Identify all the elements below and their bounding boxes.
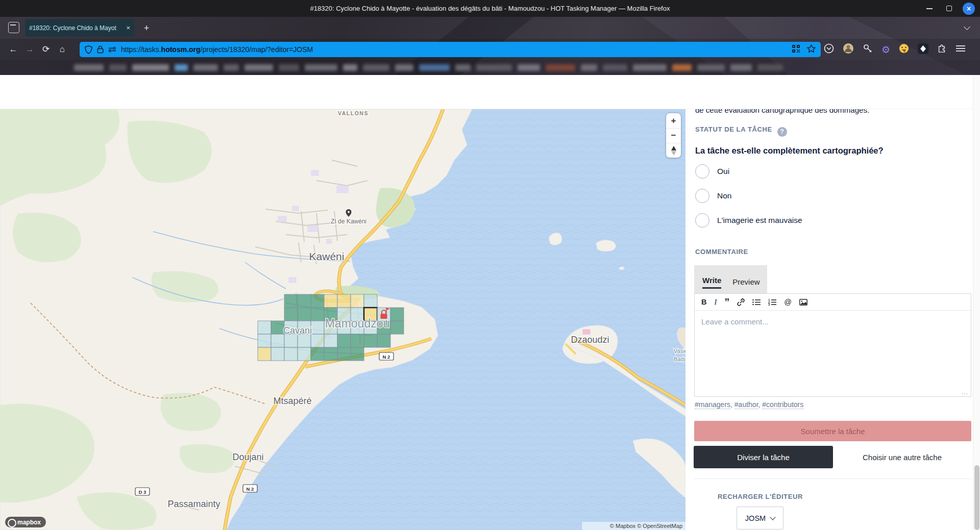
shield-icon[interactable] xyxy=(85,45,92,54)
list-all-tabs-icon[interactable] xyxy=(965,24,969,29)
task-cell[interactable] xyxy=(377,334,390,347)
task-cell[interactable] xyxy=(311,294,324,308)
bookmark-item-blurred[interactable] xyxy=(672,64,692,71)
task-cell[interactable] xyxy=(271,334,284,347)
tab-close-icon[interactable]: × xyxy=(126,24,130,32)
bookmark-item-blurred[interactable] xyxy=(74,64,104,71)
restore-button[interactable] xyxy=(943,3,954,14)
bookmark-item-blurred[interactable] xyxy=(697,64,725,71)
minimize-button[interactable] xyxy=(924,3,935,14)
bullet-list-icon[interactable] xyxy=(752,299,761,306)
bookmark-item-blurred[interactable] xyxy=(603,64,627,71)
bookmark-item-blurred[interactable] xyxy=(633,64,667,71)
permissions-icon[interactable] xyxy=(108,46,116,53)
tab-write[interactable]: Write xyxy=(702,276,721,289)
bookmark-item-blurred[interactable] xyxy=(193,64,218,71)
task-cell[interactable] xyxy=(284,347,298,361)
bookmark-item-blurred[interactable] xyxy=(363,64,389,71)
bookmark-item-blurred[interactable] xyxy=(343,64,357,71)
zoom-in-button[interactable]: + xyxy=(666,113,681,128)
task-cell[interactable] xyxy=(337,347,351,361)
bookmark-star-icon[interactable] xyxy=(807,44,816,55)
task-cell[interactable] xyxy=(284,334,298,347)
split-task-button[interactable]: Diviser la tâche xyxy=(694,446,833,468)
task-cell[interactable] xyxy=(298,308,311,321)
radio-yes[interactable] xyxy=(695,164,709,179)
bookmark-item-blurred[interactable] xyxy=(757,64,783,71)
home-button[interactable]: ⌂ xyxy=(54,44,70,55)
bookmark-item-blurred[interactable] xyxy=(518,64,540,71)
bookmark-item-blurred[interactable] xyxy=(132,64,169,71)
password-key-icon[interactable] xyxy=(863,43,873,56)
bookmark-item-blurred[interactable] xyxy=(581,64,597,71)
map-attribution[interactable]: © Mapbox © OpenStreetMap xyxy=(582,522,685,530)
menu-hamburger-icon[interactable] xyxy=(956,45,965,54)
bookmark-item-blurred[interactable] xyxy=(395,64,413,71)
reload-button[interactable]: ⟳ xyxy=(38,44,54,55)
close-button[interactable]: × xyxy=(963,3,975,15)
task-cell[interactable] xyxy=(258,347,271,361)
bookmark-item-blurred[interactable] xyxy=(109,64,127,71)
task-cell[interactable] xyxy=(271,321,284,334)
back-button[interactable]: ← xyxy=(5,44,21,55)
bookmarks-bar[interactable] xyxy=(0,60,980,75)
mapbox-logo[interactable]: mapbox xyxy=(5,517,46,527)
compass-reset-button[interactable] xyxy=(666,143,681,158)
task-cell[interactable] xyxy=(337,294,351,308)
image-icon[interactable] xyxy=(799,299,807,306)
bookmark-item-blurred[interactable] xyxy=(730,64,752,71)
hashtag-contributors[interactable]: #contributors xyxy=(762,400,803,409)
option-bad-imagery[interactable]: L'imagerie est mauvaise xyxy=(695,213,802,228)
task-cell[interactable] xyxy=(351,347,364,361)
comment-textarea[interactable]: Leave a comment... ... xyxy=(695,311,971,397)
task-cell[interactable] xyxy=(258,334,271,347)
zoom-out-button[interactable]: − xyxy=(666,128,681,143)
task-cell[interactable] xyxy=(351,334,364,347)
select-another-task-button[interactable]: Choisir une autre tâche xyxy=(833,446,971,468)
resize-handle[interactable]: ... xyxy=(961,388,968,396)
task-cell[interactable] xyxy=(324,294,337,308)
lock-icon[interactable] xyxy=(97,45,104,54)
option-no[interactable]: Non xyxy=(695,189,731,203)
bookmark-item-blurred[interactable] xyxy=(244,64,273,71)
new-tab-button[interactable]: + xyxy=(140,22,153,34)
task-cell[interactable] xyxy=(258,321,271,334)
task-cell[interactable] xyxy=(390,308,404,321)
quote-icon[interactable]: ” xyxy=(724,300,729,304)
bookmark-item-blurred[interactable] xyxy=(419,64,450,71)
numbered-list-icon[interactable]: 123 xyxy=(768,299,776,306)
bookmark-item-blurred[interactable] xyxy=(305,64,337,71)
radio-no[interactable] xyxy=(695,189,709,203)
emoji-extension-icon[interactable] xyxy=(899,43,909,56)
bold-icon[interactable]: B xyxy=(701,298,706,306)
extension-puzzle-icon[interactable] xyxy=(937,43,947,56)
task-cell[interactable] xyxy=(311,334,324,347)
bookmark-item-blurred[interactable] xyxy=(476,64,512,71)
task-cell[interactable] xyxy=(351,294,364,308)
task-cell[interactable] xyxy=(337,334,351,347)
help-icon[interactable]: ? xyxy=(777,127,787,137)
bookmark-item-blurred[interactable] xyxy=(546,64,575,71)
bookmark-item-blurred[interactable] xyxy=(224,64,239,71)
task-cell[interactable] xyxy=(364,294,377,308)
url-bar[interactable]: https://tasks.hotosm.org/projects/18320/… xyxy=(80,42,821,57)
task-cell[interactable] xyxy=(284,308,298,321)
forward-button[interactable]: → xyxy=(21,44,38,55)
account-avatar-icon[interactable] xyxy=(843,43,854,56)
radio-bad-imagery[interactable] xyxy=(695,213,709,228)
task-cell[interactable] xyxy=(311,321,324,334)
hashtag-author[interactable]: #author xyxy=(734,400,758,409)
task-cell[interactable] xyxy=(284,294,298,308)
submit-task-button[interactable]: Soumettre la tâche xyxy=(694,421,971,441)
editor-select[interactable]: JOSM xyxy=(737,507,783,529)
task-cell[interactable] xyxy=(311,308,324,321)
task-cell[interactable] xyxy=(271,347,284,361)
page-scrollbar[interactable] xyxy=(973,75,980,530)
qr-code-icon[interactable] xyxy=(792,45,800,55)
mention-icon[interactable]: @ xyxy=(784,298,792,306)
option-yes[interactable]: Oui xyxy=(695,164,729,179)
scrollbar-thumb[interactable] xyxy=(974,465,979,530)
task-cell[interactable] xyxy=(298,294,311,308)
url-text[interactable]: https://tasks.hotosm.org/projects/18320/… xyxy=(121,45,788,54)
dark-extension-icon[interactable] xyxy=(918,43,928,56)
